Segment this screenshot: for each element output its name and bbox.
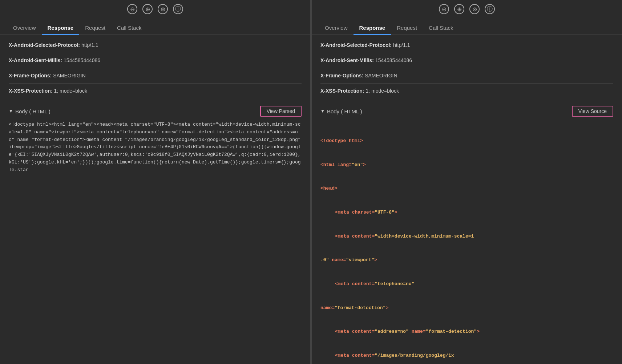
right-tab-response[interactable]: Response	[354, 21, 391, 35]
left-minimize-btn[interactable]: ⊖	[127, 4, 137, 14]
right-header-name-4: X-XSS-Protection:	[320, 88, 364, 94]
right-panel-body: X-Android-Selected-Protocol: http/1.1 X-…	[312, 35, 622, 364]
rsep2	[320, 68, 613, 68]
left-tab-bar: Overview Response Request Call Stack	[0, 18, 310, 35]
left-header-row-3: X-Frame-Options: SAMEORIGIN	[9, 70, 302, 82]
right-window-controls: ⊖ ⊕ ⊗ ⓘ	[439, 4, 495, 14]
app-container: ⊖ ⊕ ⊗ ⓘ Overview Response Request Call S…	[0, 0, 622, 364]
left-record-btn[interactable]: ⊗	[158, 4, 168, 14]
left-header-val-1: http/1.1	[81, 42, 98, 48]
right-settings-btn[interactable]: ⓘ	[485, 4, 495, 14]
right-header-name-1: X-Android-Selected-Protocol:	[320, 42, 392, 48]
parsed-line-1: <!doctype html>	[320, 137, 613, 145]
left-body-title-row: ▼ Body ( HTML ) View Parsed	[9, 106, 302, 117]
right-minimize-btn[interactable]: ⊖	[439, 4, 449, 14]
right-top-bar: ⊖ ⊕ ⊗ ⓘ	[312, 0, 622, 18]
right-body-section: ▼ Body ( HTML ) View Source <!doctype ht…	[312, 101, 622, 364]
right-body-title-text: Body ( HTML )	[327, 108, 362, 114]
right-body-arrow: ▼	[320, 109, 325, 114]
left-tab-overview[interactable]: Overview	[7, 21, 42, 35]
right-header-row-2: X-Android-Sent-Millis: 1544585444086	[320, 54, 613, 66]
left-headers-section: X-Android-Selected-Protocol: http/1.1 X-…	[0, 35, 310, 101]
right-header-row-4: X-XSS-Protection: 1; mode=block	[320, 85, 613, 97]
left-panel: ⊖ ⊕ ⊗ ⓘ Overview Response Request Call S…	[0, 0, 310, 364]
right-header-val-4: 1; mode=block	[365, 88, 399, 94]
parsed-line-8: <meta content="/images/branding/googleg/…	[335, 352, 613, 359]
right-headers-section: X-Android-Selected-Protocol: http/1.1 X-…	[312, 35, 622, 101]
right-expand-btn[interactable]: ⊕	[454, 4, 464, 14]
left-body-arrow: ▼	[9, 109, 13, 114]
view-parsed-button[interactable]: View Parsed	[260, 106, 302, 117]
right-tab-bar: Overview Response Request Call Stack	[312, 18, 622, 35]
parsed-line-5: <meta content="width=device-width,minimu…	[335, 232, 613, 240]
parsed-line-5b: .0" name="viewport">	[320, 256, 613, 264]
left-body-title: ▼ Body ( HTML )	[9, 108, 51, 114]
left-raw-content: <!doctype html><html lang="en"><head><me…	[9, 121, 302, 174]
left-tab-request[interactable]: Request	[79, 21, 111, 35]
parsed-line-3: <head>	[320, 185, 613, 192]
right-body-title-row: ▼ Body ( HTML ) View Source	[320, 106, 613, 117]
right-tab-request[interactable]: Request	[391, 21, 423, 35]
left-header-name-4: X-XSS-Protection:	[9, 88, 53, 94]
right-tab-callstack[interactable]: Call Stack	[423, 21, 459, 35]
left-tab-callstack[interactable]: Call Stack	[111, 21, 148, 35]
left-panel-body: X-Android-Selected-Protocol: http/1.1 X-…	[0, 35, 310, 364]
right-header-row-3: X-Frame-Options: SAMEORIGIN	[320, 70, 613, 82]
left-settings-btn[interactable]: ⓘ	[173, 4, 183, 14]
right-parsed-content: <!doctype html> <html lang="en"> <head> …	[320, 121, 613, 364]
right-header-val-1: http/1.1	[393, 42, 410, 48]
sep1	[9, 53, 302, 53]
right-panel: ⊖ ⊕ ⊗ ⓘ Overview Response Request Call S…	[312, 0, 622, 364]
left-header-name-1: X-Android-Selected-Protocol:	[9, 42, 80, 48]
left-header-val-4: 1; mode=block	[54, 88, 87, 94]
left-header-row-1: X-Android-Selected-Protocol: http/1.1	[9, 39, 302, 51]
left-header-val-3: SAMEORIGIN	[53, 73, 85, 78]
left-header-row-2: X-Android-Sent-Millis: 1544585444086	[9, 54, 302, 66]
left-expand-btn[interactable]: ⊕	[142, 4, 153, 14]
left-window-controls: ⊖ ⊕ ⊗ ⓘ	[127, 4, 183, 14]
right-header-name-2: X-Android-Sent-Millis:	[320, 57, 374, 63]
right-body-title: ▼ Body ( HTML )	[320, 108, 362, 114]
right-tab-overview[interactable]: Overview	[319, 21, 354, 35]
right-header-val-3: SAMEORIGIN	[365, 73, 397, 78]
parsed-line-2: <html lang="en">	[320, 161, 613, 169]
rsep3	[320, 83, 613, 84]
view-source-button[interactable]: View Source	[572, 106, 613, 117]
right-record-btn[interactable]: ⊗	[469, 4, 480, 14]
left-header-name-3: X-Frame-Options:	[9, 73, 52, 78]
left-body-title-text: Body ( HTML )	[15, 108, 51, 114]
left-header-name-2: X-Android-Sent-Millis:	[9, 57, 62, 63]
left-header-val-2: 1544585444086	[64, 57, 100, 63]
sep2	[9, 68, 302, 68]
parsed-line-7: <meta content="address=no" name="format-…	[335, 328, 613, 335]
parsed-line-4: <meta charset="UTF-8">	[335, 209, 613, 216]
parsed-line-6b: name="format-detection">	[320, 304, 613, 312]
left-header-row-4: X-XSS-Protection: 1; mode=block	[9, 85, 302, 97]
left-tab-response[interactable]: Response	[42, 21, 80, 35]
right-header-val-2: 1544585444086	[375, 57, 412, 63]
left-top-bar: ⊖ ⊕ ⊗ ⓘ	[0, 0, 310, 18]
rsep1	[320, 53, 613, 53]
left-body-section: ▼ Body ( HTML ) View Parsed <!doctype ht…	[0, 101, 310, 178]
right-header-row-1: X-Android-Selected-Protocol: http/1.1	[320, 39, 613, 51]
parsed-line-6: <meta content="telephone=no"	[335, 280, 613, 288]
right-header-name-3: X-Frame-Options:	[320, 73, 363, 78]
sep3	[9, 83, 302, 84]
